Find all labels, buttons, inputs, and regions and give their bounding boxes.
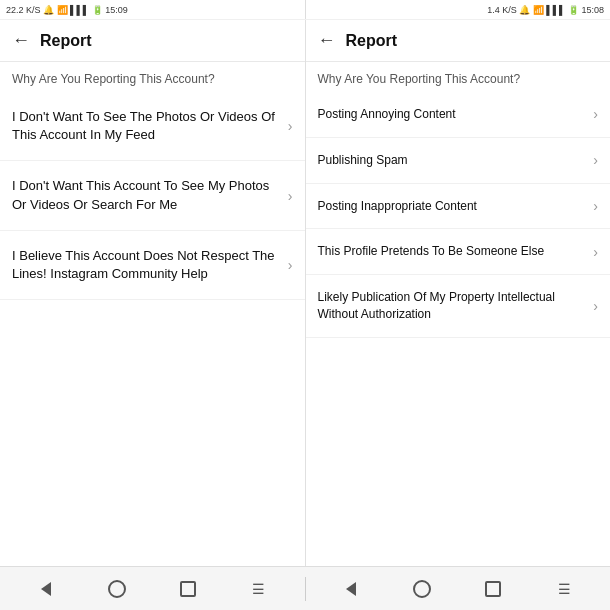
chevron-icon: › (288, 257, 293, 273)
list-item-text: I Don't Want This Account To See My Phot… (12, 177, 288, 213)
back-button[interactable] (30, 573, 62, 605)
status-bar: 22.2 K/S 🔔 📶 ▌▌▌ 🔋 15:09 1.4 K/S 🔔 📶 ▌▌▌… (0, 0, 610, 20)
list-item[interactable]: Posting Inappropriate Content › (306, 184, 611, 230)
list-item-text: I Don't Want To See The Photos Or Videos… (12, 108, 288, 144)
list-item-text: I Believe This Account Does Not Respect … (12, 247, 288, 283)
panels-container: ← Report Why Are You Reporting This Acco… (0, 20, 610, 566)
status-left-text: 22.2 K/S 🔔 📶 ▌▌▌ 🔋 15:09 (6, 5, 128, 15)
chevron-icon: › (593, 198, 598, 214)
list-item-text: This Profile Pretends To Be Someone Else (318, 243, 594, 260)
status-left: 22.2 K/S 🔔 📶 ▌▌▌ 🔋 15:09 (0, 0, 305, 19)
chevron-icon: › (288, 188, 293, 204)
menu-button-right[interactable] (548, 573, 580, 605)
recent-apps-button-right[interactable] (477, 573, 509, 605)
home-button[interactable] (101, 573, 133, 605)
list-item[interactable]: I Don't Want This Account To See My Phot… (0, 161, 305, 230)
list-item-text: Posting Annoying Content (318, 106, 594, 123)
list-item[interactable]: This Profile Pretends To Be Someone Else… (306, 229, 611, 275)
home-button-right[interactable] (406, 573, 438, 605)
status-right-text: 1.4 K/S 🔔 📶 ▌▌▌ 🔋 15:08 (487, 5, 604, 15)
list-item[interactable]: Posting Annoying Content › (306, 92, 611, 138)
left-panel-title: Report (40, 32, 92, 50)
list-item-text: Likely Publication Of My Property Intell… (318, 289, 594, 323)
status-right: 1.4 K/S 🔔 📶 ▌▌▌ 🔋 15:08 (306, 0, 611, 19)
nav-section-right (306, 573, 611, 605)
left-panel-header: ← Report (0, 20, 305, 62)
right-panel-title: Report (346, 32, 398, 50)
chevron-icon: › (593, 244, 598, 260)
chevron-icon: › (593, 298, 598, 314)
right-panel-header: ← Report (306, 20, 611, 62)
list-item-text: Posting Inappropriate Content (318, 198, 594, 215)
chevron-icon: › (288, 118, 293, 134)
list-item[interactable]: I Believe This Account Does Not Respect … (0, 231, 305, 300)
list-item[interactable]: Publishing Spam › (306, 138, 611, 184)
list-item[interactable]: Likely Publication Of My Property Intell… (306, 275, 611, 338)
chevron-icon: › (593, 152, 598, 168)
back-button-right[interactable] (335, 573, 367, 605)
navigation-bar (0, 566, 610, 610)
right-panel: ← Report Why Are You Reporting This Acco… (306, 20, 611, 566)
list-item-text: Publishing Spam (318, 152, 594, 169)
right-section-header: Why Are You Reporting This Account? (306, 62, 611, 92)
chevron-icon: › (593, 106, 598, 122)
left-back-button[interactable]: ← (12, 30, 30, 51)
left-section-header: Why Are You Reporting This Account? (0, 62, 305, 92)
menu-button[interactable] (243, 573, 275, 605)
right-back-button[interactable]: ← (318, 30, 336, 51)
nav-section-left (0, 573, 305, 605)
recent-apps-button[interactable] (172, 573, 204, 605)
left-panel: ← Report Why Are You Reporting This Acco… (0, 20, 306, 566)
list-item[interactable]: I Don't Want To See The Photos Or Videos… (0, 92, 305, 161)
